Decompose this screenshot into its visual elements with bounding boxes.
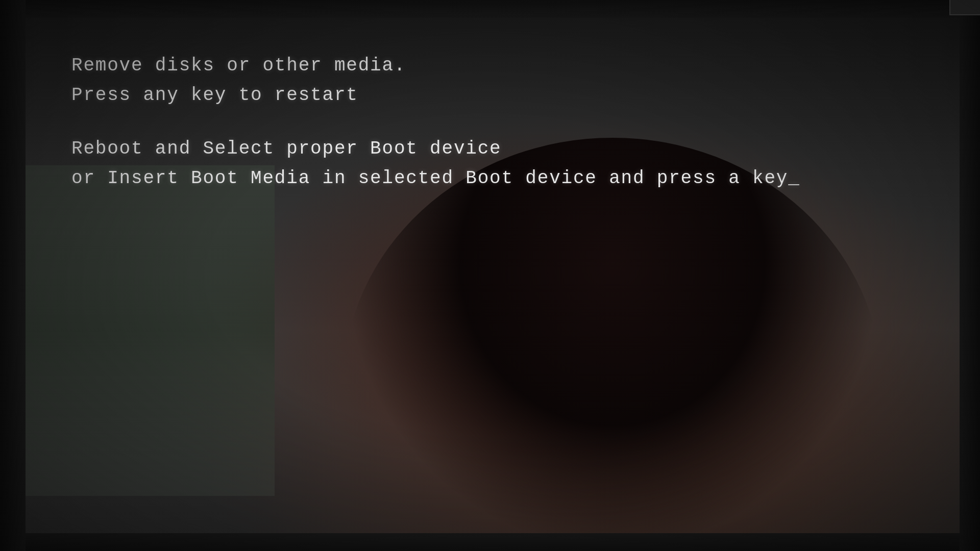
press-any-key-message: Press any key to restart bbox=[71, 81, 358, 110]
bios-screen-content: Remove disks or other media. Press any k… bbox=[31, 20, 949, 531]
bezel-left bbox=[0, 0, 26, 551]
insert-boot-media-message: or Insert Boot Media in selected Boot de… bbox=[71, 164, 800, 193]
corner-element bbox=[949, 0, 980, 15]
remove-disks-message: Remove disks or other media. bbox=[71, 51, 406, 81]
bezel-top bbox=[0, 0, 980, 18]
reboot-select-device-message: Reboot and Select proper Boot device bbox=[71, 134, 502, 164]
bezel-bottom bbox=[0, 533, 980, 551]
screen: Remove disks or other media. Press any k… bbox=[0, 0, 980, 551]
bezel-right bbox=[960, 0, 980, 551]
